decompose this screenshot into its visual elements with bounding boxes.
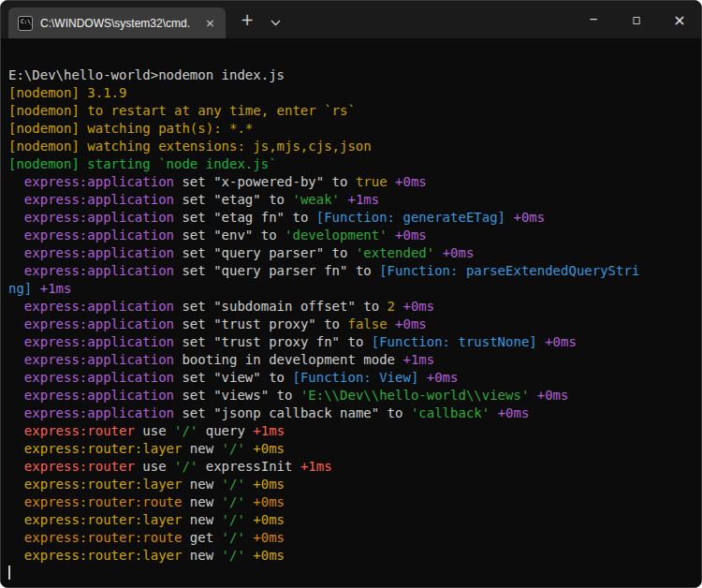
terminal-line: express:router:layer new '/' +0ms (8, 511, 694, 529)
terminal-window: C:\_ C:\WINDOWS\system32\cmd. × + ─ □ × … (0, 0, 702, 588)
terminal-output[interactable]: E:\Dev\hello-world>nodemon index.js[node… (1, 38, 701, 587)
tab-cmd[interactable]: C:\_ C:\WINDOWS\system32\cmd. × (8, 7, 226, 38)
terminal-line: express:application set "views" to 'E:\\… (8, 387, 694, 404)
terminal-line: express:router:layer new '/' +0ms (8, 440, 694, 458)
terminal-line: [nodemon] 3.1.9 (8, 84, 694, 102)
tab-close-button[interactable]: × (200, 15, 220, 31)
minimize-button[interactable]: ─ (572, 1, 615, 38)
cmd-icon: C:\_ (18, 16, 33, 31)
terminal-line: express:application set "x-powered-by" t… (8, 173, 694, 191)
terminal-line: express:application set "trust proxy" to… (8, 316, 694, 333)
new-tab-button[interactable]: + (233, 10, 261, 30)
terminal-line: express:router:route get '/' +0ms (8, 529, 694, 547)
terminal-line: express:application set "query parser" t… (8, 244, 694, 262)
terminal-line: express:application set "etag" to 'weak'… (8, 191, 694, 209)
terminal-line: [nodemon] watching extensions: js,mjs,cj… (8, 138, 694, 155)
chevron-down-icon (271, 15, 281, 29)
terminal-line: express:application set "etag fn" to [Fu… (8, 209, 694, 227)
terminal-line: express:application set "env" to 'develo… (8, 227, 694, 244)
titlebar-drag-region (288, 1, 572, 38)
terminal-line: express:application booting in developme… (8, 351, 694, 369)
terminal-line: express:application set "jsonp callback … (8, 404, 694, 422)
terminal-line: express:application set "trust proxy fn"… (8, 333, 694, 351)
terminal-line: express:router:layer new '/' +0ms (8, 547, 694, 565)
terminal-cursor-line (8, 565, 694, 582)
terminal-line: [nodemon] starting `node index.js` (8, 155, 694, 173)
maximize-button[interactable]: □ (615, 1, 658, 38)
terminal-line: express:application set "subdomain offse… (8, 298, 694, 316)
tab-title: C:\WINDOWS\system32\cmd. (40, 17, 193, 30)
terminal-line: E:\Dev\hello-world>nodemon index.js (8, 66, 694, 84)
terminal-line: [nodemon] watching path(s): *.* (8, 120, 694, 138)
terminal-line: express:router use '/' expressInit +1ms (8, 458, 694, 476)
close-button[interactable]: × (658, 1, 701, 38)
tab-dropdown-button[interactable] (263, 9, 288, 31)
terminal-line: ng] +1ms (8, 280, 694, 298)
terminal-line: express:router use '/' query +1ms (8, 422, 694, 440)
terminal-line: express:application set "query parser fn… (8, 262, 694, 280)
terminal-line: express:router:layer new '/' +0ms (8, 476, 694, 493)
terminal-line: express:application set "view" to [Funct… (8, 369, 694, 387)
titlebar: C:\_ C:\WINDOWS\system32\cmd. × + ─ □ × (1, 1, 701, 38)
terminal-cursor (8, 566, 10, 580)
terminal-line: [nodemon] to restart at any time, enter … (8, 102, 694, 120)
terminal-line: express:router:route new '/' +0ms (8, 493, 694, 511)
